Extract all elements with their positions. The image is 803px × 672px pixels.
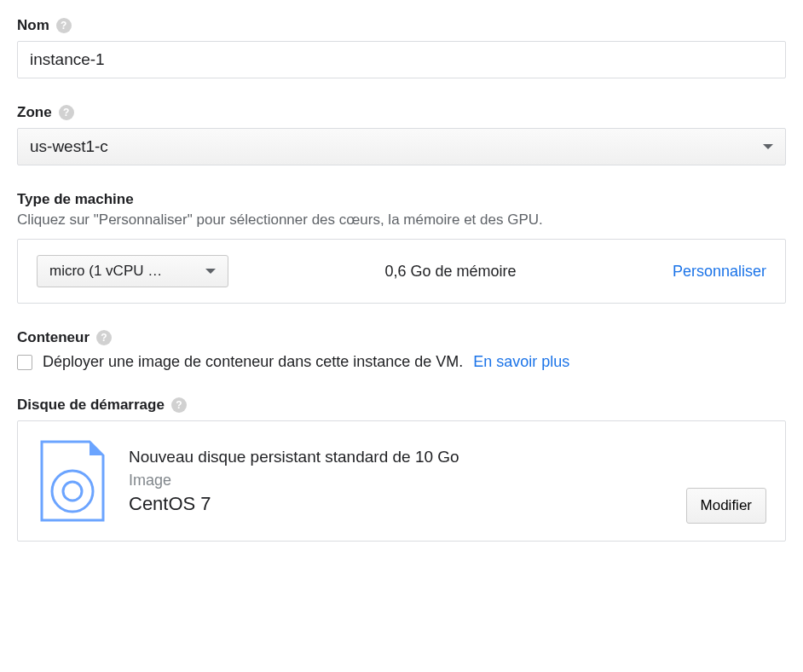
- zone-label: Zone: [17, 104, 52, 121]
- modify-button[interactable]: Modifier: [686, 488, 766, 524]
- machine-type-box: micro (1 vCPU … 0,6 Go de mémoire Person…: [17, 239, 786, 304]
- disk-icon: [37, 438, 108, 524]
- name-label: Nom: [17, 17, 49, 34]
- name-field-group: Nom ?: [17, 17, 786, 78]
- machine-type-group: Type de machine Cliquez sur "Personnalis…: [17, 191, 786, 304]
- boot-disk-label: Disque de démarrage: [17, 397, 165, 414]
- help-icon[interactable]: ?: [171, 397, 187, 413]
- help-icon[interactable]: ?: [59, 105, 74, 120]
- boot-disk-group: Disque de démarrage ? Nouveau disque per…: [17, 397, 786, 542]
- zone-field-group: Zone ? us-west1-c: [17, 104, 786, 165]
- container-checkbox-label: Déployer une image de conteneur dans cet…: [43, 353, 463, 371]
- machine-type-select[interactable]: micro (1 vCPU …: [37, 255, 228, 287]
- machine-type-description: Cliquez sur "Personnaliser" pour sélecti…: [17, 211, 786, 229]
- help-icon[interactable]: ?: [56, 18, 72, 33]
- boot-disk-title: Nouveau disque persistant standard de 10…: [129, 448, 666, 466]
- machine-memory-text: 0,6 Go de mémoire: [249, 263, 652, 281]
- zone-select-value: us-west1-c: [30, 137, 108, 156]
- zone-select[interactable]: us-west1-c: [17, 128, 786, 165]
- chevron-down-icon: [763, 144, 773, 149]
- container-group: Conteneur ? Déployer une image de conten…: [17, 329, 786, 371]
- boot-disk-box: Nouveau disque persistant standard de 10…: [17, 420, 786, 542]
- help-icon[interactable]: ?: [96, 330, 112, 345]
- boot-disk-image-label: Image: [129, 472, 666, 490]
- container-deploy-checkbox[interactable]: [17, 355, 32, 370]
- learn-more-link[interactable]: En savoir plus: [473, 353, 569, 371]
- machine-type-label: Type de machine: [17, 191, 134, 208]
- chevron-down-icon: [205, 269, 216, 274]
- customize-link[interactable]: Personnaliser: [673, 263, 766, 281]
- container-label: Conteneur: [17, 329, 90, 346]
- boot-disk-info: Nouveau disque persistant standard de 10…: [129, 448, 666, 515]
- machine-type-select-value: micro (1 vCPU …: [49, 263, 162, 280]
- boot-disk-os: CentOS 7: [129, 493, 666, 515]
- name-input[interactable]: [17, 41, 786, 78]
